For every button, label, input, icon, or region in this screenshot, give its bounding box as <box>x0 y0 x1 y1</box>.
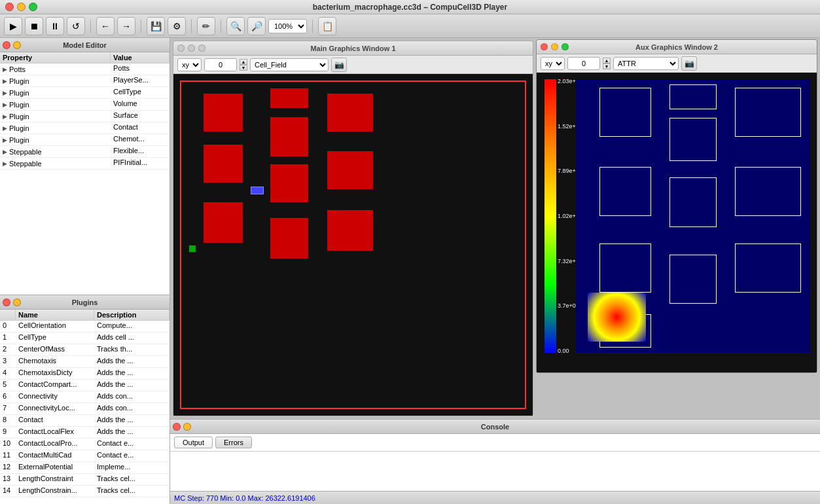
main-z-down[interactable]: ▼ <box>240 65 247 71</box>
plugin-row-12[interactable]: 12 ExternalPotential Impleme... <box>0 462 169 474</box>
tree-prop-0: ▶ Potts <box>0 63 111 75</box>
plugin-row-11[interactable]: 11 ContactMultiCad Contact e... <box>0 450 169 462</box>
tree-row-6[interactable]: ▶ Plugin Chemot... <box>0 134 169 146</box>
tree-row-7[interactable]: ▶ Steppable Flexible... <box>0 146 169 158</box>
aux-gw-max[interactable] <box>562 43 569 50</box>
console-close[interactable] <box>173 423 181 431</box>
plugin-row-6[interactable]: 6 Connectivity Adds con... <box>0 391 169 403</box>
tree-prop-label-5: Plugin <box>9 124 29 132</box>
aux-gw-close[interactable] <box>541 43 548 50</box>
main-z-stepper: ▲ ▼ <box>240 59 247 71</box>
cell-1 <box>204 94 243 132</box>
plugins-title: Plugins <box>72 298 98 306</box>
tree-row-0[interactable]: ▶ Potts Potts <box>0 63 169 75</box>
cell-6 <box>270 164 308 202</box>
tree-prop-7: ▶ Steppable <box>0 146 111 157</box>
aux-cell-3 <box>735 88 800 137</box>
tree-val-0: Potts <box>111 63 169 75</box>
aux-z-up[interactable]: ▲ <box>603 58 611 63</box>
plugin-row-7[interactable]: 7 ConnectivityLoc... Adds con... <box>0 403 169 415</box>
plugin-name-11: ContactMultiCad <box>16 450 94 461</box>
console-min[interactable] <box>183 423 191 431</box>
save-button[interactable]: 💾 <box>147 17 165 35</box>
settings-button[interactable]: ⚙ <box>168 17 186 35</box>
plugin-row-10[interactable]: 10 ContactLocalPro... Contact e... <box>0 439 169 450</box>
errors-tab[interactable]: Errors <box>215 437 252 448</box>
plugin-name-5: ContactCompart... <box>16 380 94 391</box>
pause-button[interactable]: ⏸ <box>46 17 64 35</box>
aux-z-down[interactable]: ▼ <box>603 63 611 69</box>
aux-sim-area <box>576 79 810 353</box>
main-field-select[interactable]: Cell_Field <box>250 58 329 71</box>
plugin-name-7: ConnectivityLoc... <box>16 403 94 414</box>
aux-z-input[interactable] <box>567 57 600 70</box>
model-tree: Property Value ▶ Potts Potts ▶ Plugin Pl… <box>0 52 169 295</box>
plugin-num-3: 3 <box>0 356 16 367</box>
aux-gw-min[interactable] <box>551 43 558 50</box>
play-button[interactable]: ▶ <box>4 17 22 35</box>
rewind-button[interactable]: ↺ <box>67 17 85 35</box>
main-z-up[interactable]: ▲ <box>240 59 247 65</box>
tree-row-5[interactable]: ▶ Plugin Contact <box>0 122 169 134</box>
plugin-row-4[interactable]: 4 ChemotaxisDicty Adds the ... <box>0 368 169 380</box>
plugin-row-14[interactable]: 14 LengthConstrain... Tracks cel... <box>0 486 169 497</box>
model-editor-min[interactable] <box>13 41 21 49</box>
tree-row-4[interactable]: ▶ Plugin Surface <box>0 111 169 122</box>
main-plane-select[interactable]: xy <box>177 58 202 71</box>
plugin-num-1: 1 <box>0 333 16 344</box>
main-z-input[interactable] <box>204 58 237 71</box>
aux-cell-8 <box>599 243 651 293</box>
main-gw-max[interactable] <box>198 45 205 52</box>
minimize-button[interactable] <box>17 3 26 11</box>
model-editor-close[interactable] <box>3 41 10 49</box>
plugin-name-2: CenterOfMass <box>16 344 94 355</box>
tree-row-3[interactable]: ▶ Plugin Volume <box>0 99 169 111</box>
plugins-table: Name Description 0 CellOrientation Compu… <box>0 310 169 504</box>
maximize-button[interactable] <box>29 3 37 11</box>
tree-arrow-1: ▶ <box>3 78 7 84</box>
main-gw-min[interactable] <box>188 45 195 52</box>
plugin-row-9[interactable]: 9 ContactLocalFlex Adds the ... <box>0 427 169 439</box>
plugin-num-11: 11 <box>0 450 16 461</box>
close-button[interactable] <box>5 3 14 11</box>
main-snap-button[interactable]: 📷 <box>331 58 347 72</box>
tree-row-8[interactable]: ▶ Steppable PIFInitial... <box>0 158 169 170</box>
plugin-desc-6: Adds con... <box>94 391 169 403</box>
stop-button[interactable]: ⏹ <box>25 17 43 35</box>
plugin-row-2[interactable]: 2 CenterOfMass Tracks th... <box>0 344 169 356</box>
main-gw-close[interactable] <box>177 45 185 52</box>
plugins-header-row: Name Description <box>0 310 169 321</box>
plugin-row-1[interactable]: 1 CellType Adds cell ... <box>0 333 169 344</box>
plugins-min[interactable] <box>13 298 21 306</box>
plugin-desc-1: Adds cell ... <box>94 333 169 344</box>
colorbar <box>544 79 556 353</box>
zoom-out-button[interactable]: 🔍 <box>226 17 245 35</box>
plugin-row-0[interactable]: 0 CellOrientation Compute... <box>0 321 169 333</box>
plugin-row-8[interactable]: 8 Contact Adds the ... <box>0 415 169 427</box>
aux-snap-button[interactable]: 📷 <box>681 56 697 71</box>
tree-val-6: Chemot... <box>111 134 169 145</box>
aux-field-select[interactable]: ATTR <box>613 57 679 70</box>
tree-row-1[interactable]: ▶ Plugin PlayerSe... <box>0 75 169 87</box>
plugin-name-8: Contact <box>16 415 94 426</box>
output-tab[interactable]: Output <box>174 437 213 448</box>
cell-7 <box>327 151 373 189</box>
copy-button[interactable]: 📋 <box>318 17 336 35</box>
app-title: bacterium_macrophage.cc3d – CompuCell3D … <box>313 3 507 12</box>
tree-row-2[interactable]: ▶ Plugin CellType <box>0 87 169 99</box>
plugin-row-5[interactable]: 5 ContactCompart... Adds the ... <box>0 380 169 391</box>
status-text: MC Step: 770 Min: 0.0 Max: 26322.6191406 <box>174 494 315 502</box>
pen-button[interactable]: ✏ <box>197 17 215 35</box>
forward-button[interactable]: → <box>117 17 135 35</box>
plugin-name-10: ContactLocalPro... <box>16 439 94 450</box>
aux-plane-select[interactable]: xy <box>541 57 565 70</box>
back-button[interactable]: ← <box>96 17 115 35</box>
plugin-row-3[interactable]: 3 Chemotaxis Adds the ... <box>0 356 169 368</box>
zoom-in-button[interactable]: 🔎 <box>247 17 266 35</box>
plugin-name-12: ExternalPotential <box>16 462 94 473</box>
zoom-select[interactable]: 100% <box>268 19 307 33</box>
aux-z-stepper: ▲ ▼ <box>603 58 611 69</box>
plugins-close[interactable] <box>3 298 10 306</box>
plugin-name-14: LengthConstrain... <box>16 486 94 497</box>
plugin-row-13[interactable]: 13 LengthConstraint Tracks cel... <box>0 474 169 486</box>
